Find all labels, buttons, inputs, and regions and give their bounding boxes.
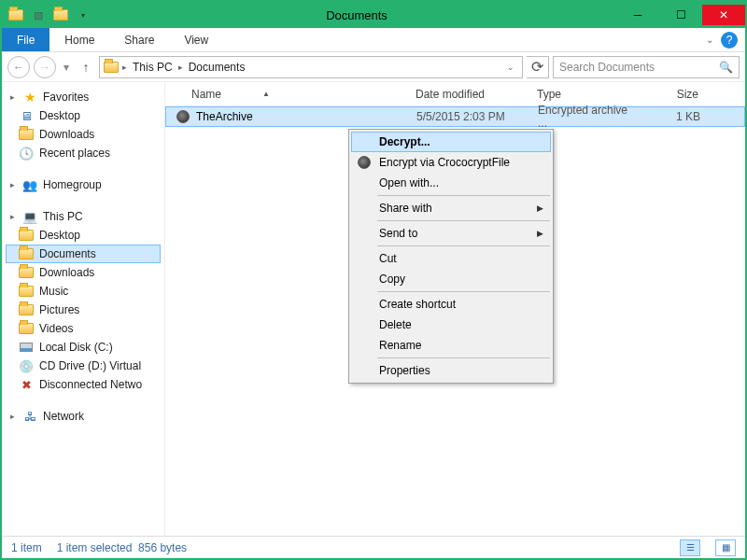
nav-favorites[interactable]: ▸★Favorites	[6, 88, 161, 106]
menu-item[interactable]: Cut	[351, 248, 551, 269]
folder-icon	[19, 127, 34, 142]
address-dropdown-icon[interactable]: ⌄	[503, 63, 518, 72]
folder-icon	[104, 60, 119, 75]
menu-item[interactable]: Encrypt via CrococryptFile	[351, 152, 551, 173]
status-selected: 1 item selected	[57, 541, 133, 554]
nav-item-localdisk[interactable]: Local Disk (C:)	[6, 338, 161, 357]
qat-properties-icon[interactable]: ▧	[28, 5, 49, 25]
sort-asc-icon: ▲	[262, 90, 270, 98]
file-name: TheArchive	[196, 110, 253, 123]
homegroup-icon: 👥	[22, 177, 37, 192]
status-bar: 1 item 1 item selected 856 bytes ☰ ▦	[2, 536, 745, 558]
breadcrumb[interactable]: This PC	[131, 61, 175, 74]
folder-icon	[19, 246, 34, 261]
desktop-icon: 🖥	[19, 108, 34, 123]
history-dropdown-icon[interactable]: ▾	[60, 56, 73, 78]
forward-button[interactable]: →	[34, 56, 56, 78]
col-type[interactable]: Type	[529, 88, 641, 101]
navigation-pane: ▸★Favorites 🖥Desktop Downloads 🕓Recent p…	[2, 82, 165, 536]
search-icon: 🔍	[719, 61, 733, 74]
title-bar: ▧ ▾ Documents ─ ☐ ✕	[2, 2, 745, 28]
file-row[interactable]: TheArchive 5/5/2015 2:03 PM Encrypted ar…	[165, 106, 745, 127]
col-name[interactable]: Name▲	[165, 88, 408, 101]
menu-item[interactable]: Rename	[351, 335, 551, 356]
col-size[interactable]: Size	[641, 88, 707, 101]
nav-item-netdrive[interactable]: ✖Disconnected Netwo	[6, 375, 161, 394]
nav-item-documents[interactable]: Documents	[6, 245, 161, 263]
cd-icon: 💿	[19, 358, 34, 373]
network-icon: 🖧	[22, 409, 37, 424]
qat-icon-folder[interactable]	[6, 5, 26, 25]
col-date[interactable]: Date modified	[408, 88, 529, 101]
nav-item-desktop[interactable]: 🖥Desktop	[6, 106, 161, 125]
view-details-button[interactable]: ☰	[680, 539, 700, 556]
folder-icon	[19, 284, 34, 299]
nav-item-music[interactable]: Music	[6, 282, 161, 301]
menu-item[interactable]: Decrypt...	[351, 132, 551, 152]
croco-icon	[357, 155, 372, 170]
menu-item[interactable]: Create shortcut	[351, 294, 551, 315]
up-button[interactable]: ↑	[77, 58, 95, 77]
search-input[interactable]: Search Documents 🔍	[553, 56, 740, 78]
submenu-arrow-icon: ▶	[537, 203, 543, 213]
computer-icon: 💻	[22, 209, 37, 224]
status-bytes: 856 bytes	[138, 541, 187, 554]
netdrive-icon: ✖	[19, 377, 34, 392]
refresh-button[interactable]: ⟳	[527, 56, 549, 78]
tab-share[interactable]: Share	[109, 28, 169, 51]
ribbon-tabs: File Home Share View ⌄ ?	[2, 28, 745, 52]
file-icon	[176, 109, 190, 124]
recent-icon: 🕓	[19, 146, 34, 161]
column-headers: Name▲ Date modified Type Size	[165, 82, 745, 106]
nav-item-desktop2[interactable]: Desktop	[6, 226, 161, 245]
help-icon[interactable]: ?	[721, 32, 738, 49]
star-icon: ★	[22, 90, 37, 105]
address-row: ← → ▾ ↑ ▸ This PC ▸ Documents ⌄ ⟳ Search…	[2, 52, 745, 82]
file-type: Encrypted archive ...	[530, 104, 642, 130]
nav-thispc[interactable]: ▸💻This PC	[6, 207, 161, 226]
view-icons-button[interactable]: ▦	[715, 539, 736, 556]
drive-icon	[19, 340, 34, 355]
submenu-arrow-icon: ▶	[537, 229, 543, 238]
nav-item-downloads2[interactable]: Downloads	[6, 263, 161, 282]
tab-view[interactable]: View	[169, 28, 223, 51]
folder-icon	[19, 265, 34, 280]
folder-icon	[19, 321, 34, 336]
menu-item[interactable]: Send to▶	[351, 223, 551, 244]
folder-icon	[19, 302, 34, 317]
tab-home[interactable]: Home	[49, 28, 109, 51]
qat-newfolder-icon[interactable]	[50, 5, 71, 25]
search-placeholder: Search Documents	[559, 61, 655, 74]
breadcrumb-sep-icon: ▸	[178, 63, 183, 72]
status-count: 1 item	[11, 541, 42, 554]
file-date: 5/5/2015 2:03 PM	[409, 110, 530, 123]
address-bar[interactable]: ▸ This PC ▸ Documents ⌄	[99, 56, 523, 78]
minimize-button[interactable]: ─	[616, 5, 659, 25]
nav-network[interactable]: ▸🖧Network	[6, 407, 161, 426]
menu-item[interactable]: Share with▶	[351, 198, 551, 218]
nav-item-cddrive[interactable]: 💿CD Drive (D:) Virtual	[6, 357, 161, 375]
nav-item-downloads[interactable]: Downloads	[6, 125, 161, 144]
nav-homegroup[interactable]: ▸👥Homegroup	[6, 175, 161, 194]
close-button[interactable]: ✕	[702, 5, 745, 25]
nav-item-videos[interactable]: Videos	[6, 319, 161, 338]
ribbon-expand-icon[interactable]: ⌄	[702, 28, 717, 51]
file-size: 1 KB	[642, 110, 708, 123]
folder-icon	[19, 228, 34, 243]
back-button[interactable]: ←	[7, 56, 30, 78]
menu-item[interactable]: Delete	[351, 315, 551, 335]
context-menu: Decrypt...Encrypt via CrococryptFileOpen…	[348, 129, 554, 384]
breadcrumb-sep-icon: ▸	[122, 63, 127, 72]
qat-dropdown-icon[interactable]: ▾	[73, 5, 93, 25]
window-title: Documents	[97, 8, 616, 22]
menu-item[interactable]: Properties	[351, 360, 551, 381]
maximize-button[interactable]: ☐	[659, 5, 702, 25]
nav-item-recent[interactable]: 🕓Recent places	[6, 144, 161, 162]
menu-item[interactable]: Copy	[351, 269, 551, 289]
nav-item-pictures[interactable]: Pictures	[6, 301, 161, 319]
menu-item[interactable]: Open with...	[351, 173, 551, 193]
file-tab[interactable]: File	[2, 28, 49, 51]
breadcrumb[interactable]: Documents	[187, 61, 247, 74]
